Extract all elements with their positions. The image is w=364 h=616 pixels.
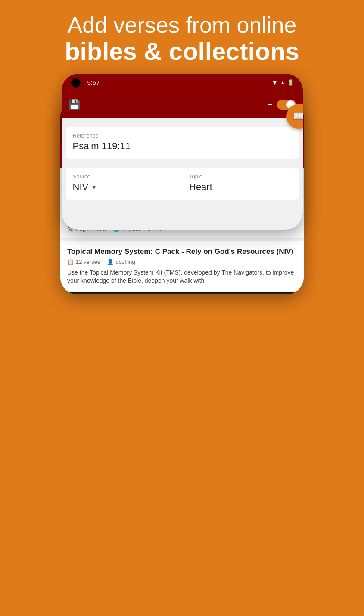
phone1-content: Reference Psalm 119:11 Source NIV ▼ Topi… [62,118,303,230]
source-value: NIV ▼ [73,181,175,193]
status-icons-1: ▼ ▲ 🔋 [271,79,294,87]
time-1: 5:57 [87,79,100,86]
item-1-title: Topical Memory System: C Pack - Rely on … [67,247,297,256]
signal-icon: ▲ [280,79,286,86]
item-1-desc: Use the Topical Memory System Kit (TMS),… [67,269,297,285]
header-line2: bibles & collections [17,38,347,65]
app-bar-1: 💾 ≡ [62,92,303,118]
source-text: NIV [73,181,89,193]
list-icon[interactable]: ≡ [268,100,273,109]
person-icon-1: 👤 [107,259,114,265]
topic-label: Topic [189,173,292,180]
book-icon-1: 📋 [67,259,74,265]
list-item-1[interactable]: Topical Memory System: C Pack - Rely on … [60,241,304,292]
status-bar-1: 5:57 ▼ ▲ 🔋 [62,74,303,92]
topic-box: Topic Heart [182,168,299,200]
reference-label: Reference [73,132,292,139]
item-1-verses-meta: 📋 12 verses [67,259,100,265]
app-bar-left: 💾 [68,99,80,110]
source-label: Source [73,173,175,180]
topic-value: Heart [189,181,292,193]
source-dropdown-arrow[interactable]: ▼ [91,184,97,191]
item-1-meta: 📋 12 verses 👤 dcoffing [67,259,297,265]
header-line1: Add verses from online [17,13,347,38]
source-box: Source NIV ▼ [66,168,183,200]
camera-hole [71,78,81,88]
item-1-verses: 12 verses [76,259,100,265]
reference-value: Psalm 119:11 [73,141,292,152]
wifi-icon: ▼ [271,79,278,87]
phones-wrapper: 5:57 ▼ ▲ 🔋 💾 ≡ [0,74,364,307]
phone-1: 5:57 ▼ ▲ 🔋 💾 ≡ [62,74,303,230]
header: Add verses from online bibles & collecti… [0,0,364,74]
item-1-author: dcoffing [115,259,135,265]
bible-icon: 📖 [293,111,303,122]
source-topic-row: Source NIV ▼ Topic Heart [66,168,299,200]
reference-section: Reference Psalm 119:11 [66,127,299,159]
battery-icon: 🔋 [287,79,294,86]
save-icon[interactable]: 💾 [68,99,80,110]
item-1-author-meta: 👤 dcoffing [107,259,135,265]
